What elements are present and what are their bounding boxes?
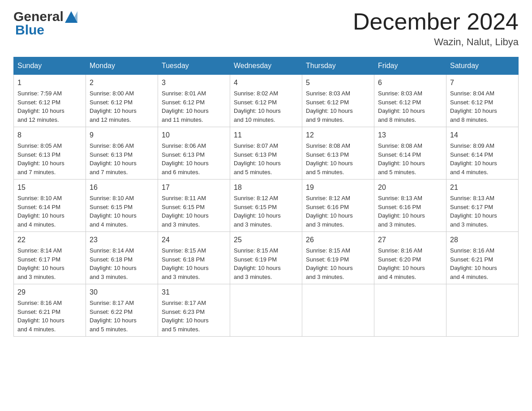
calendar-cell: 8 Sunrise: 8:05 AMSunset: 6:13 PMDayligh…	[14, 127, 86, 180]
calendar-cell: 6 Sunrise: 8:03 AMSunset: 6:12 PMDayligh…	[374, 75, 446, 127]
day-info: Sunrise: 8:03 AMSunset: 6:12 PMDaylight:…	[378, 90, 425, 123]
weekday-header-monday: Monday	[86, 57, 158, 75]
day-info: Sunrise: 8:10 AMSunset: 6:15 PMDaylight:…	[90, 195, 137, 228]
day-info: Sunrise: 8:17 AMSunset: 6:22 PMDaylight:…	[90, 300, 137, 333]
day-info: Sunrise: 8:12 AMSunset: 6:15 PMDaylight:…	[234, 195, 281, 228]
weekday-header-sunday: Sunday	[14, 57, 86, 75]
week-row-2: 8 Sunrise: 8:05 AMSunset: 6:13 PMDayligh…	[14, 127, 519, 180]
day-number: 17	[162, 182, 226, 193]
day-number: 25	[234, 235, 298, 245]
day-info: Sunrise: 8:01 AMSunset: 6:12 PMDaylight:…	[162, 90, 209, 123]
calendar-cell: 26 Sunrise: 8:15 AMSunset: 6:19 PMDaylig…	[302, 232, 374, 284]
calendar-cell: 23 Sunrise: 8:14 AMSunset: 6:18 PMDaylig…	[86, 232, 158, 284]
calendar-cell: 11 Sunrise: 8:07 AMSunset: 6:13 PMDaylig…	[230, 127, 302, 180]
month-title: December 2024	[353, 9, 519, 34]
day-info: Sunrise: 8:03 AMSunset: 6:12 PMDaylight:…	[306, 90, 353, 123]
calendar-cell: 19 Sunrise: 8:12 AMSunset: 6:16 PMDaylig…	[302, 180, 374, 232]
calendar-cell: 20 Sunrise: 8:13 AMSunset: 6:16 PMDaylig…	[374, 180, 446, 232]
day-info: Sunrise: 8:13 AMSunset: 6:16 PMDaylight:…	[378, 195, 425, 228]
day-number: 11	[234, 130, 298, 141]
day-number: 23	[90, 235, 154, 245]
day-info: Sunrise: 8:16 AMSunset: 6:20 PMDaylight:…	[378, 247, 425, 280]
calendar-cell: 2 Sunrise: 8:00 AMSunset: 6:12 PMDayligh…	[86, 75, 158, 127]
day-info: Sunrise: 8:17 AMSunset: 6:23 PMDaylight:…	[162, 300, 209, 333]
day-number: 22	[17, 235, 82, 245]
calendar-cell: 29 Sunrise: 8:16 AMSunset: 6:21 PMDaylig…	[14, 284, 86, 337]
day-info: Sunrise: 7:59 AMSunset: 6:12 PMDaylight:…	[17, 90, 64, 123]
day-info: Sunrise: 8:14 AMSunset: 6:17 PMDaylight:…	[17, 247, 64, 280]
day-number: 8	[17, 130, 82, 141]
day-number: 7	[450, 77, 515, 88]
day-number: 15	[17, 182, 82, 193]
logo-blue-text: Blue	[15, 22, 44, 38]
week-row-4: 22 Sunrise: 8:14 AMSunset: 6:17 PMDaylig…	[14, 232, 519, 284]
day-info: Sunrise: 8:15 AMSunset: 6:19 PMDaylight:…	[234, 247, 281, 280]
day-info: Sunrise: 8:16 AMSunset: 6:21 PMDaylight:…	[450, 247, 497, 280]
calendar-cell: 1 Sunrise: 7:59 AMSunset: 6:12 PMDayligh…	[14, 75, 86, 127]
location-title: Wazin, Nalut, Libya	[353, 36, 519, 48]
weekday-header-row: SundayMondayTuesdayWednesdayThursdayFrid…	[14, 57, 519, 75]
calendar-cell: 13 Sunrise: 8:08 AMSunset: 6:14 PMDaylig…	[374, 127, 446, 180]
calendar-cell: 18 Sunrise: 8:12 AMSunset: 6:15 PMDaylig…	[230, 180, 302, 232]
logo: General Blue	[13, 9, 77, 38]
calendar-cell: 4 Sunrise: 8:02 AMSunset: 6:12 PMDayligh…	[230, 75, 302, 127]
calendar-cell: 14 Sunrise: 8:09 AMSunset: 6:14 PMDaylig…	[446, 127, 519, 180]
day-number: 12	[306, 130, 370, 141]
day-number: 21	[450, 182, 515, 193]
day-number: 3	[162, 77, 226, 88]
day-number: 24	[162, 235, 226, 245]
day-info: Sunrise: 8:05 AMSunset: 6:13 PMDaylight:…	[17, 142, 64, 176]
calendar-cell: 25 Sunrise: 8:15 AMSunset: 6:19 PMDaylig…	[230, 232, 302, 284]
logo-icon	[65, 11, 77, 23]
day-info: Sunrise: 8:16 AMSunset: 6:21 PMDaylight:…	[17, 300, 64, 333]
calendar-cell	[374, 284, 446, 337]
day-info: Sunrise: 8:02 AMSunset: 6:12 PMDaylight:…	[234, 90, 281, 123]
day-number: 29	[17, 287, 82, 298]
weekday-header-friday: Friday	[374, 57, 446, 75]
logo-general-text: General	[13, 9, 64, 24]
day-info: Sunrise: 8:10 AMSunset: 6:14 PMDaylight:…	[17, 195, 64, 228]
day-info: Sunrise: 8:09 AMSunset: 6:14 PMDaylight:…	[450, 142, 497, 176]
calendar-cell: 3 Sunrise: 8:01 AMSunset: 6:12 PMDayligh…	[158, 75, 230, 127]
calendar-table: SundayMondayTuesdayWednesdayThursdayFrid…	[13, 57, 519, 337]
day-info: Sunrise: 8:14 AMSunset: 6:18 PMDaylight:…	[90, 247, 137, 280]
day-number: 30	[90, 287, 154, 298]
day-info: Sunrise: 8:00 AMSunset: 6:12 PMDaylight:…	[90, 90, 137, 123]
calendar-cell	[446, 284, 519, 337]
day-info: Sunrise: 8:15 AMSunset: 6:19 PMDaylight:…	[306, 247, 353, 280]
day-info: Sunrise: 8:07 AMSunset: 6:13 PMDaylight:…	[234, 142, 281, 176]
day-number: 2	[90, 77, 154, 88]
week-row-5: 29 Sunrise: 8:16 AMSunset: 6:21 PMDaylig…	[14, 284, 519, 337]
calendar-cell: 12 Sunrise: 8:08 AMSunset: 6:13 PMDaylig…	[302, 127, 374, 180]
calendar-cell	[302, 284, 374, 337]
calendar-cell: 27 Sunrise: 8:16 AMSunset: 6:20 PMDaylig…	[374, 232, 446, 284]
weekday-header-tuesday: Tuesday	[158, 57, 230, 75]
weekday-header-thursday: Thursday	[302, 57, 374, 75]
weekday-header-wednesday: Wednesday	[230, 57, 302, 75]
calendar-cell: 21 Sunrise: 8:13 AMSunset: 6:17 PMDaylig…	[446, 180, 519, 232]
calendar-cell	[230, 284, 302, 337]
day-number: 31	[162, 287, 226, 298]
calendar-cell: 5 Sunrise: 8:03 AMSunset: 6:12 PMDayligh…	[302, 75, 374, 127]
weekday-header-saturday: Saturday	[446, 57, 519, 75]
day-number: 20	[378, 182, 442, 193]
day-info: Sunrise: 8:04 AMSunset: 6:12 PMDaylight:…	[450, 90, 497, 123]
calendar-cell: 7 Sunrise: 8:04 AMSunset: 6:12 PMDayligh…	[446, 75, 519, 127]
calendar-cell: 24 Sunrise: 8:15 AMSunset: 6:18 PMDaylig…	[158, 232, 230, 284]
week-row-1: 1 Sunrise: 7:59 AMSunset: 6:12 PMDayligh…	[14, 75, 519, 127]
calendar-cell: 30 Sunrise: 8:17 AMSunset: 6:22 PMDaylig…	[86, 284, 158, 337]
day-number: 1	[17, 77, 82, 88]
day-number: 16	[90, 182, 154, 193]
calendar-cell: 28 Sunrise: 8:16 AMSunset: 6:21 PMDaylig…	[446, 232, 519, 284]
day-info: Sunrise: 8:08 AMSunset: 6:14 PMDaylight:…	[378, 142, 425, 176]
calendar-cell: 22 Sunrise: 8:14 AMSunset: 6:17 PMDaylig…	[14, 232, 86, 284]
day-info: Sunrise: 8:12 AMSunset: 6:16 PMDaylight:…	[306, 195, 353, 228]
calendar-cell: 10 Sunrise: 8:06 AMSunset: 6:13 PMDaylig…	[158, 127, 230, 180]
page-header: General Blue December 2024 Wazin, Nalut,…	[13, 9, 519, 48]
day-number: 13	[378, 130, 442, 141]
day-info: Sunrise: 8:06 AMSunset: 6:13 PMDaylight:…	[162, 142, 209, 176]
day-number: 27	[378, 235, 442, 245]
day-info: Sunrise: 8:08 AMSunset: 6:13 PMDaylight:…	[306, 142, 353, 176]
day-number: 10	[162, 130, 226, 141]
day-number: 5	[306, 77, 370, 88]
